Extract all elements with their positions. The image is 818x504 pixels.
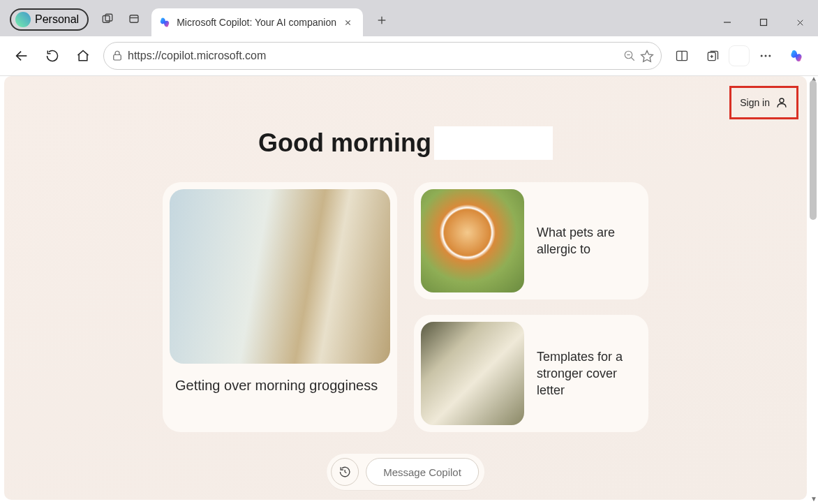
sign-in-label: Sign in xyxy=(740,97,770,108)
site-security-icon[interactable] xyxy=(111,50,124,62)
home-button[interactable] xyxy=(68,41,98,71)
browser-toolbar xyxy=(0,36,818,75)
more-menu-button[interactable] xyxy=(751,41,780,71)
svg-rect-13 xyxy=(114,55,121,61)
split-screen-icon[interactable] xyxy=(667,41,697,71)
favorite-icon[interactable] xyxy=(640,49,654,63)
history-button[interactable] xyxy=(331,458,359,486)
suggestion-cards: Getting over morning grogginess What pet… xyxy=(4,182,807,432)
tab-close-button[interactable] xyxy=(342,16,355,29)
vertical-scrollbar[interactable] xyxy=(810,80,817,220)
card-title: Getting over morning grogginess xyxy=(175,376,385,395)
maximize-button[interactable] xyxy=(745,8,782,36)
svg-rect-0 xyxy=(103,16,110,23)
card-image-dog xyxy=(421,189,524,292)
new-tab-button[interactable] xyxy=(369,7,395,34)
svg-marker-17 xyxy=(641,51,653,62)
card-pets-allergic[interactable]: What pets are allergic to xyxy=(414,182,648,299)
message-input[interactable]: Message Copilot xyxy=(366,458,479,486)
zoom-out-icon[interactable] xyxy=(623,50,636,62)
greeting: Good morning xyxy=(4,126,807,160)
minimize-button[interactable] xyxy=(709,8,745,36)
address-bar[interactable] xyxy=(103,42,662,70)
card-title: Templates for a stronger cover letter xyxy=(537,348,641,399)
greeting-text: Good morning xyxy=(258,128,431,158)
browser-tab[interactable]: Microsoft Copilot: Your AI companion xyxy=(151,8,363,36)
copilot-sidebar-button[interactable] xyxy=(782,41,811,71)
tab-title: Microsoft Copilot: Your AI companion xyxy=(177,17,336,28)
svg-point-26 xyxy=(780,98,784,103)
copilot-page: Sign in Good morning Getting over mornin… xyxy=(4,76,807,500)
extension-placeholder[interactable] xyxy=(729,45,750,66)
highlight-annotation: Sign in xyxy=(729,86,798,119)
back-button[interactable] xyxy=(7,41,36,71)
profile-label: Personal xyxy=(35,13,79,26)
cards-column-right: What pets are allergic to Templates for … xyxy=(414,182,648,432)
svg-line-15 xyxy=(631,57,634,61)
svg-point-23 xyxy=(761,55,763,57)
svg-point-24 xyxy=(765,55,767,57)
refresh-button[interactable] xyxy=(38,41,67,71)
card-image-curtains xyxy=(170,189,390,364)
url-input[interactable] xyxy=(128,50,619,62)
greeting-name-placeholder xyxy=(434,126,553,160)
profile-avatar-icon xyxy=(15,12,31,27)
window-controls xyxy=(709,8,818,36)
profile-switcher[interactable]: Personal xyxy=(10,8,89,31)
collections-icon[interactable] xyxy=(698,41,727,71)
card-morning-grogginess[interactable]: Getting over morning grogginess xyxy=(163,182,397,432)
svg-rect-2 xyxy=(130,15,138,23)
svg-point-25 xyxy=(768,55,771,57)
close-window-button[interactable] xyxy=(782,8,818,36)
title-bar: Personal Microsoft Copilot: Your AI comp… xyxy=(0,0,818,36)
copilot-tab-icon xyxy=(158,16,171,29)
sign-in-button[interactable]: Sign in xyxy=(734,94,794,112)
svg-rect-9 xyxy=(761,20,767,26)
card-cover-letter[interactable]: Templates for a stronger cover letter xyxy=(414,315,648,432)
card-title: What pets are allergic to xyxy=(537,224,641,258)
tab-actions-icon[interactable] xyxy=(121,6,147,32)
user-icon xyxy=(775,96,788,109)
composer: Message Copilot xyxy=(327,454,484,490)
svg-rect-1 xyxy=(105,14,112,21)
content-viewport: Sign in Good morning Getting over mornin… xyxy=(0,75,818,504)
card-image-desk xyxy=(421,322,524,425)
message-placeholder: Message Copilot xyxy=(383,466,461,478)
scroll-down-arrow[interactable]: ▼ xyxy=(810,495,817,503)
workspaces-icon[interactable] xyxy=(94,6,121,32)
